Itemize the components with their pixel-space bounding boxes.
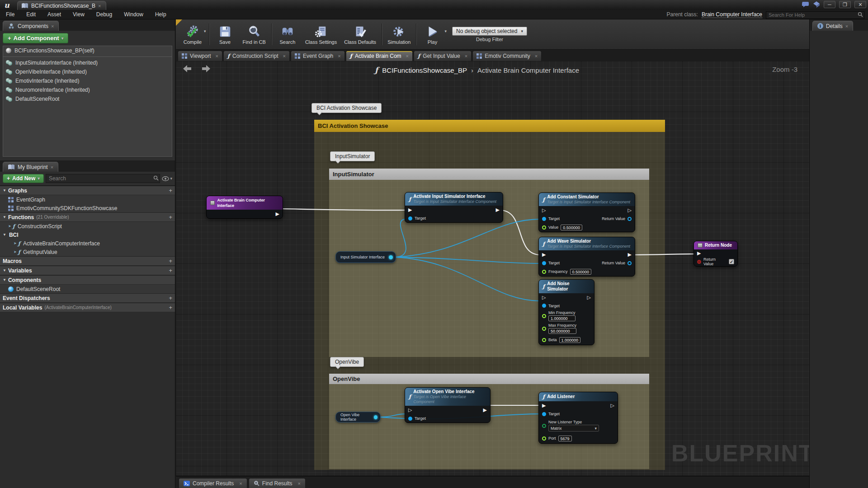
- tab-get-input-value[interactable]: ƒ Get Input Value ×: [414, 51, 472, 61]
- nav-forward-icon[interactable]: [199, 65, 211, 73]
- class-defaults-button[interactable]: Class Defaults: [340, 23, 380, 46]
- section-graphs[interactable]: ▼ Graphs +: [0, 186, 175, 195]
- value-pin[interactable]: [542, 225, 546, 230]
- target-pin[interactable]: [542, 261, 546, 265]
- my-blueprint-close-icon[interactable]: ×: [51, 164, 53, 170]
- node-add-constant-simulator[interactable]: ƒ Add Constant Simulator Target is Input…: [538, 192, 635, 232]
- compile-button[interactable]: Compile: [179, 23, 207, 46]
- exec-out-pin[interactable]: ▷: [611, 403, 614, 408]
- exec-out-pin[interactable]: ▷: [628, 208, 632, 213]
- min-frequency-pin[interactable]: [542, 314, 546, 318]
- tab-find-results[interactable]: Find Results ×: [249, 478, 306, 488]
- section-variables[interactable]: ▼ Variables +: [0, 266, 175, 275]
- tab-compiler-results[interactable]: Compiler Results ×: [179, 478, 247, 488]
- max-frequency-input[interactable]: 50.000000: [548, 328, 576, 334]
- component-row[interactable]: InputSimulatorInterface (Inherited): [3, 58, 172, 67]
- tab-close-icon[interactable]: ×: [338, 53, 340, 59]
- my-blueprint-panel-tab[interactable]: My Blueprint ×: [3, 162, 58, 172]
- save-button[interactable]: Save: [211, 23, 239, 46]
- tab-close-icon[interactable]: ×: [215, 53, 218, 59]
- menu-view[interactable]: View: [67, 11, 90, 18]
- graph-row-eventgraph[interactable]: EventGraph: [0, 195, 175, 204]
- beta-input[interactable]: 1.000000: [559, 337, 581, 343]
- exec-out-pin[interactable]: ▶: [628, 252, 632, 257]
- component-row[interactable]: EmotivInterface (Inherited): [3, 76, 172, 85]
- max-frequency-pin[interactable]: [542, 327, 546, 331]
- frequency-pin[interactable]: [542, 270, 546, 274]
- beta-pin[interactable]: [542, 338, 546, 342]
- help-search-input[interactable]: [766, 11, 864, 19]
- output-pin[interactable]: [374, 415, 377, 419]
- menu-asset[interactable]: Asset: [42, 11, 67, 18]
- port-input[interactable]: 5679: [558, 436, 572, 441]
- comment-header-inputsimulator[interactable]: InputSimulator: [329, 169, 649, 180]
- exec-in-pin[interactable]: ▷: [542, 208, 546, 213]
- play-options-caret[interactable]: ▾: [444, 29, 447, 33]
- debug-object-dropdown[interactable]: No debug object selected ▾: [452, 27, 527, 36]
- value-input[interactable]: 0.500000: [561, 225, 582, 230]
- return-value-pin[interactable]: [627, 261, 632, 265]
- node-open-vibe-interface-variable[interactable]: Open Vibe Interface: [335, 412, 381, 422]
- section-local-variables[interactable]: Local Variables (ActivateBrainComputerIn…: [0, 303, 175, 312]
- target-pin[interactable]: [542, 217, 546, 221]
- menu-window[interactable]: Window: [118, 11, 149, 18]
- exec-in-pin[interactable]: ▶: [542, 252, 546, 257]
- exec-in-pin[interactable]: ▷: [542, 295, 546, 300]
- tab-construction-script[interactable]: ƒ Construction Script ×: [223, 51, 290, 61]
- search-button[interactable]: Search: [274, 23, 302, 46]
- menu-file[interactable]: File: [0, 11, 20, 18]
- exec-out-pin[interactable]: ▶: [276, 211, 279, 216]
- port-pin[interactable]: [542, 436, 546, 441]
- node-add-noise-simulator[interactable]: ƒ Add Noise Simulator ▷ ▷ Target Min Fre…: [538, 279, 594, 345]
- add-component-button[interactable]: + Add Component ▾: [3, 33, 68, 43]
- comment-header-bci[interactable]: BCI Activation Showcase: [314, 120, 665, 132]
- node-add-wave-simulator[interactable]: ƒ Add Wave Simulator Target is Input Sim…: [538, 237, 635, 277]
- add-new-button[interactable]: + Add New ▾: [3, 174, 44, 183]
- node-activate-brain-computer-interface-event[interactable]: Activate Brain Computer Interface ▶: [206, 196, 283, 219]
- exec-out-pin[interactable]: ▶: [496, 207, 500, 212]
- section-components[interactable]: ▼ Components: [0, 275, 175, 285]
- node-add-listener[interactable]: ƒ Add Listener ▶ ▷ Target New Listener T…: [538, 392, 618, 444]
- tab-close-icon[interactable]: ×: [406, 53, 409, 59]
- parent-class-link[interactable]: Brain Computer Interface: [702, 11, 762, 18]
- details-panel-close-icon[interactable]: ×: [845, 23, 848, 29]
- tab-close-icon[interactable]: ×: [535, 53, 538, 59]
- return-value-pin[interactable]: [697, 260, 701, 264]
- section-event-dispatchers[interactable]: Event Dispatchers +: [0, 293, 175, 303]
- category-bci[interactable]: ▼ BCI: [0, 230, 175, 239]
- target-pin[interactable]: [542, 304, 546, 308]
- tab-close-icon[interactable]: ×: [465, 53, 467, 59]
- components-panel-close-icon[interactable]: ×: [51, 23, 54, 29]
- node-activate-input-simulator-interface[interactable]: ƒ Activate Input Simulator Interface Tar…: [405, 192, 503, 223]
- exec-in-pin[interactable]: ▶: [542, 403, 546, 408]
- asset-tab[interactable]: BCIFunctionsShowcase_B ×: [17, 1, 106, 10]
- exec-in-pin[interactable]: ▷: [408, 408, 412, 413]
- chat-bubble-icon[interactable]: [802, 1, 809, 8]
- target-pin[interactable]: [408, 216, 412, 221]
- menu-edit[interactable]: Edit: [20, 11, 42, 18]
- component-row[interactable]: NeuromoreInterface (Inherited): [3, 85, 172, 94]
- node-return[interactable]: Return Node ▶ Return Value✓: [693, 241, 738, 267]
- compile-options-caret[interactable]: ▾: [204, 29, 206, 33]
- target-pin[interactable]: [542, 412, 546, 416]
- comment-header-openvibe[interactable]: OpenVibe: [329, 374, 649, 384]
- tab-close-icon[interactable]: ×: [239, 481, 242, 486]
- return-value-pin[interactable]: [627, 217, 632, 221]
- add-function-icon[interactable]: +: [169, 214, 172, 221]
- function-row-getinputvalue[interactable]: ➤ƒ GetInputValue: [0, 248, 175, 256]
- output-pin[interactable]: [389, 255, 393, 259]
- window-minimize-button[interactable]: ─: [824, 1, 835, 8]
- components-panel-tab[interactable]: Components ×: [3, 21, 59, 31]
- tab-event-graph[interactable]: Event Graph ×: [291, 51, 345, 61]
- add-dispatcher-icon[interactable]: +: [169, 295, 172, 301]
- asset-tab-close-icon[interactable]: ×: [98, 3, 101, 9]
- menu-help[interactable]: Help: [149, 11, 172, 18]
- node-input-simulator-interface-variable[interactable]: Input Simulator Interface: [335, 251, 396, 263]
- node-activate-open-vibe-interface[interactable]: ƒ Activate Open Vibe Interface Target is…: [405, 387, 491, 423]
- menu-debug[interactable]: Debug: [90, 11, 118, 18]
- exec-in-pin[interactable]: ▶: [697, 251, 701, 256]
- tab-emotiv-community[interactable]: Emotiv Community ×: [472, 51, 542, 61]
- exec-out-pin[interactable]: ▶: [483, 408, 487, 413]
- play-button[interactable]: Play: [418, 23, 446, 46]
- tab-close-icon[interactable]: ×: [298, 481, 301, 486]
